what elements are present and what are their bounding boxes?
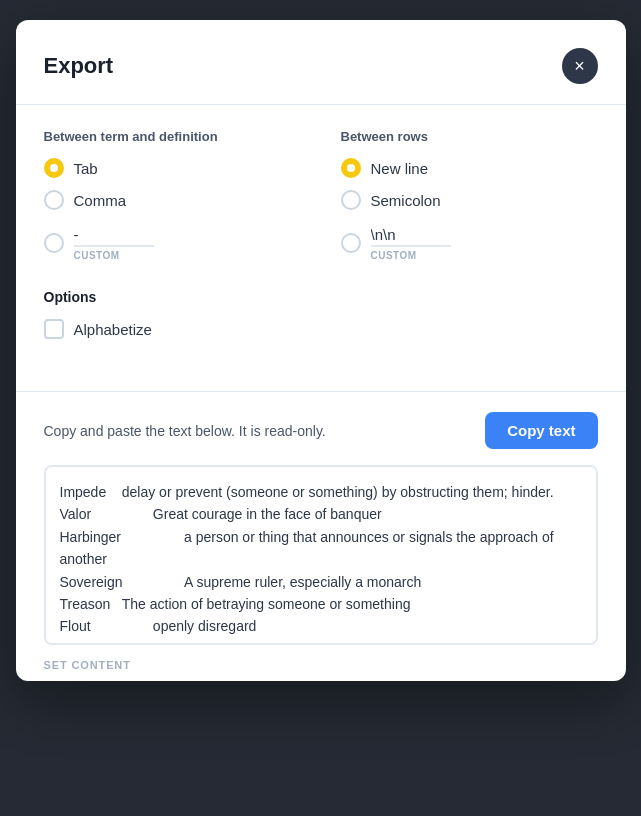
radio-tab-label: Tab <box>74 160 98 177</box>
custom-row-hint: CUSTOM <box>371 250 451 261</box>
radio-semicolon-input[interactable] <box>341 190 361 210</box>
alphabetize-checkbox[interactable]: Alphabetize <box>44 319 598 339</box>
custom-term-input[interactable] <box>74 224 154 247</box>
modal-body: Between term and definition Tab Comma <box>16 105 626 391</box>
copy-row: Copy and paste the text below. It is rea… <box>44 412 598 449</box>
between-rows-radio-group: New line Semicolon CUSTOM <box>341 158 598 261</box>
radio-semicolon[interactable]: Semicolon <box>341 190 598 210</box>
options-section: Options Alphabetize <box>44 289 598 339</box>
alphabetize-label: Alphabetize <box>74 321 152 338</box>
modal-overlay: Export × Between term and definition Tab <box>0 0 641 816</box>
between-term-col: Between term and definition Tab Comma <box>44 129 301 261</box>
between-term-radio-group: Tab Comma CUSTOM <box>44 158 301 261</box>
custom-row-input[interactable] <box>371 224 451 247</box>
copy-section: Copy and paste the text below. It is rea… <box>16 391 626 681</box>
radio-tab-input[interactable] <box>44 158 64 178</box>
modal-title: Export <box>44 53 114 79</box>
export-modal: Export × Between term and definition Tab <box>16 20 626 681</box>
radio-comma-input[interactable] <box>44 190 64 210</box>
custom-term-input-wrap: CUSTOM <box>74 224 154 261</box>
radio-custom-term-input[interactable] <box>44 233 64 253</box>
radio-custom-row-row: CUSTOM <box>341 224 598 261</box>
between-rows-col: Between rows New line Semicolon <box>341 129 598 261</box>
radio-tab[interactable]: Tab <box>44 158 301 178</box>
alphabetize-checkbox-box[interactable] <box>44 319 64 339</box>
radio-comma-label: Comma <box>74 192 127 209</box>
radio-semicolon-label: Semicolon <box>371 192 441 209</box>
radio-newline-label: New line <box>371 160 429 177</box>
copy-hint: Copy and paste the text below. It is rea… <box>44 423 326 439</box>
radio-newline-input[interactable] <box>341 158 361 178</box>
custom-row-input-wrap: CUSTOM <box>371 224 451 261</box>
set-content-link[interactable]: SET CONTENT <box>44 659 598 681</box>
radio-custom-term-row: CUSTOM <box>44 224 301 261</box>
options-label: Options <box>44 289 598 305</box>
radio-comma[interactable]: Comma <box>44 190 301 210</box>
copy-text-button[interactable]: Copy text <box>485 412 597 449</box>
between-term-label: Between term and definition <box>44 129 301 144</box>
custom-term-hint: CUSTOM <box>74 250 154 261</box>
separator-section: Between term and definition Tab Comma <box>44 129 598 261</box>
close-button[interactable]: × <box>562 48 598 84</box>
radio-custom-row-input[interactable] <box>341 233 361 253</box>
between-rows-label: Between rows <box>341 129 598 144</box>
textarea-wrap: Impede delay or prevent (someone or some… <box>44 465 598 649</box>
radio-newline[interactable]: New line <box>341 158 598 178</box>
export-textarea[interactable]: Impede delay or prevent (someone or some… <box>44 465 598 645</box>
modal-header: Export × <box>16 20 626 105</box>
